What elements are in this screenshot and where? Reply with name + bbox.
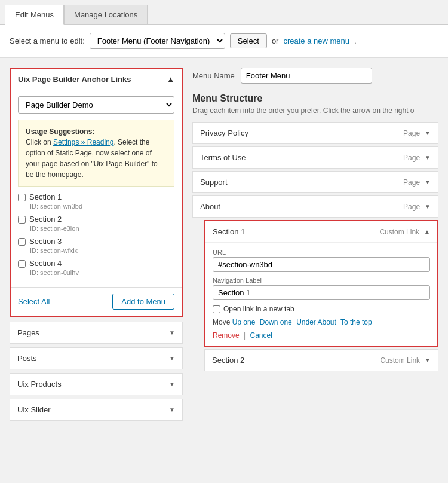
tabs-bar: Edit Menus Manage Locations bbox=[0, 0, 448, 25]
add-to-menu-button[interactable]: Add to Menu bbox=[112, 294, 174, 310]
create-new-menu-link[interactable]: create a new menu bbox=[283, 36, 349, 45]
page-builder-select[interactable]: Page Builder Demo bbox=[18, 96, 174, 114]
nav-label-input[interactable] bbox=[213, 285, 430, 300]
move-row: Move Up one Down one Under About To the … bbox=[213, 318, 430, 326]
usage-box: Usage Suggestions: Click on Settings » R… bbox=[18, 120, 174, 187]
privacy-policy-type: Page bbox=[403, 129, 420, 137]
remove-link[interactable]: Remove bbox=[213, 331, 240, 340]
privacy-policy-title: Privacy Policy bbox=[200, 129, 248, 137]
section1-arrow: ▲ bbox=[424, 228, 430, 235]
anchor-links-header[interactable]: Uix Page Builder Anchor Links ▲ bbox=[11, 69, 182, 90]
cancel-link[interactable]: Cancel bbox=[250, 331, 272, 340]
section1-checkbox[interactable] bbox=[18, 194, 26, 201]
section2-checkbox[interactable] bbox=[18, 216, 26, 224]
menu-item-support: Support Page ▼ bbox=[192, 171, 438, 193]
section3-checkbox[interactable] bbox=[18, 238, 26, 246]
section2-label: Section 2 bbox=[29, 215, 62, 224]
menu-item-privacy-policy: Privacy Policy Page ▼ bbox=[192, 122, 438, 144]
privacy-policy-arrow: ▼ bbox=[425, 130, 431, 136]
uix-products-accordion: Uix Products ▼ bbox=[10, 373, 183, 395]
open-new-tab-row: Open link in a new tab bbox=[213, 305, 430, 313]
menu-select[interactable]: Footer Menu (Footer Navigation) bbox=[90, 33, 225, 49]
section1-id: ID: section-wn3bd bbox=[30, 203, 174, 210]
menu-name-label: Menu Name bbox=[192, 71, 235, 80]
section4-id: ID: section-0ulhv bbox=[30, 269, 174, 276]
pages-header[interactable]: Pages ▼ bbox=[10, 322, 182, 343]
usage-text1: Click on bbox=[26, 138, 53, 146]
uix-products-label: Uix Products bbox=[17, 380, 62, 389]
posts-accordion: Posts ▼ bbox=[10, 347, 183, 369]
section1-label: Section 1 bbox=[29, 192, 62, 201]
uix-slider-accordion: Uix Slider ▼ bbox=[10, 399, 183, 421]
move-down-one-link[interactable]: Down one bbox=[260, 318, 292, 326]
move-to-top-link[interactable]: To the top bbox=[340, 318, 372, 326]
about-type: Page bbox=[403, 203, 420, 211]
section1-title: Section 1 bbox=[213, 227, 245, 236]
uix-slider-chevron: ▼ bbox=[169, 406, 175, 413]
left-panel-footer: Select All Add to Menu bbox=[11, 287, 182, 316]
section2-title: Section 2 bbox=[212, 356, 244, 365]
section-item-3: Section 3 ID: section-wfxlx bbox=[18, 237, 174, 254]
tab-manage-locations[interactable]: Manage Locations bbox=[64, 5, 148, 24]
section-item-2: Section 2 ID: section-e3lon bbox=[18, 215, 174, 232]
section2-id: ID: section-e3lon bbox=[30, 225, 174, 232]
section3-label: Section 3 bbox=[29, 237, 62, 246]
move-up-one-link[interactable]: Up one bbox=[232, 318, 256, 326]
about-title: About bbox=[200, 202, 220, 211]
uix-slider-label: Uix Slider bbox=[17, 405, 51, 414]
menu-structure-title: Menu Structure bbox=[192, 93, 438, 104]
menu-item-about: About Page ▼ bbox=[192, 195, 438, 218]
section-item-1: Section 1 ID: section-wn3bd bbox=[18, 192, 174, 210]
or-text: or bbox=[272, 36, 279, 45]
uix-slider-header[interactable]: Uix Slider ▼ bbox=[10, 399, 182, 420]
section2-arrow: ▼ bbox=[425, 357, 431, 363]
page-wrapper: Edit Menus Manage Locations Select a men… bbox=[0, 0, 448, 483]
support-title: Support bbox=[200, 178, 228, 187]
support-arrow: ▼ bbox=[425, 179, 431, 185]
menu-structure-desc: Drag each item into the order you prefer… bbox=[192, 106, 438, 115]
section1-body: URL Navigation Label Open link in a new … bbox=[205, 242, 437, 346]
nav-label-label: Navigation Label bbox=[213, 277, 430, 284]
menu-item-terms-of-use: Terms of Use Page ▼ bbox=[192, 146, 438, 169]
posts-header[interactable]: Posts ▼ bbox=[10, 348, 182, 369]
posts-label: Posts bbox=[17, 354, 37, 363]
menu-name-input[interactable] bbox=[241, 68, 372, 84]
posts-chevron: ▼ bbox=[169, 355, 175, 362]
usage-title: Usage Suggestions: bbox=[26, 127, 94, 136]
right-panel: Menu Name Menu Structure Drag each item … bbox=[192, 68, 438, 473]
section4-checkbox[interactable] bbox=[18, 260, 26, 268]
section1-indent-wrapper: Section 1 Custom Link ▲ URL Navigation L… bbox=[204, 220, 438, 347]
select-menu-label: Select a menu to edit: bbox=[10, 36, 85, 45]
section2-type: Custom Link bbox=[380, 356, 420, 365]
left-panel: Uix Page Builder Anchor Links ▲ Page Bui… bbox=[10, 68, 183, 473]
section3-id: ID: section-wfxlx bbox=[30, 247, 174, 254]
move-under-about-link[interactable]: Under About bbox=[296, 318, 336, 326]
settings-reading-link[interactable]: Settings » Reading bbox=[53, 138, 113, 146]
menu-item-section1: Section 1 Custom Link ▲ URL Navigation L… bbox=[204, 220, 438, 347]
tab-edit-menus[interactable]: Edit Menus bbox=[5, 5, 64, 25]
open-new-tab-checkbox[interactable] bbox=[213, 305, 220, 313]
url-label: URL bbox=[213, 249, 430, 256]
main-content: Uix Page Builder Anchor Links ▲ Page Bui… bbox=[0, 58, 448, 483]
select-button[interactable]: Select bbox=[230, 33, 267, 48]
support-type: Page bbox=[403, 178, 420, 187]
sections-list: Section 1 ID: section-wn3bd Section 2 ID… bbox=[18, 192, 174, 281]
uix-products-chevron: ▼ bbox=[169, 381, 175, 387]
anchor-links-body: Page Builder Demo Usage Suggestions: Cli… bbox=[11, 90, 182, 287]
uix-products-header[interactable]: Uix Products ▼ bbox=[10, 374, 182, 395]
terms-of-use-type: Page bbox=[403, 154, 420, 162]
url-input[interactable] bbox=[213, 257, 430, 272]
section4-label: Section 4 bbox=[29, 259, 62, 268]
pages-label: Pages bbox=[17, 328, 39, 337]
select-all-link[interactable]: Select All bbox=[18, 297, 50, 306]
anchor-links-chevron: ▲ bbox=[167, 75, 174, 84]
period: . bbox=[354, 36, 357, 45]
pages-accordion: Pages ▼ bbox=[10, 322, 183, 344]
terms-of-use-title: Terms of Use bbox=[200, 153, 246, 162]
anchor-links-title: Uix Page Builder Anchor Links bbox=[18, 75, 131, 84]
section1-type: Custom Link bbox=[379, 228, 419, 236]
terms-of-use-arrow: ▼ bbox=[425, 154, 431, 161]
pages-chevron: ▼ bbox=[169, 329, 175, 336]
action-row: Remove | Cancel bbox=[213, 331, 430, 340]
anchor-links-accordion: Uix Page Builder Anchor Links ▲ Page Bui… bbox=[10, 68, 183, 317]
